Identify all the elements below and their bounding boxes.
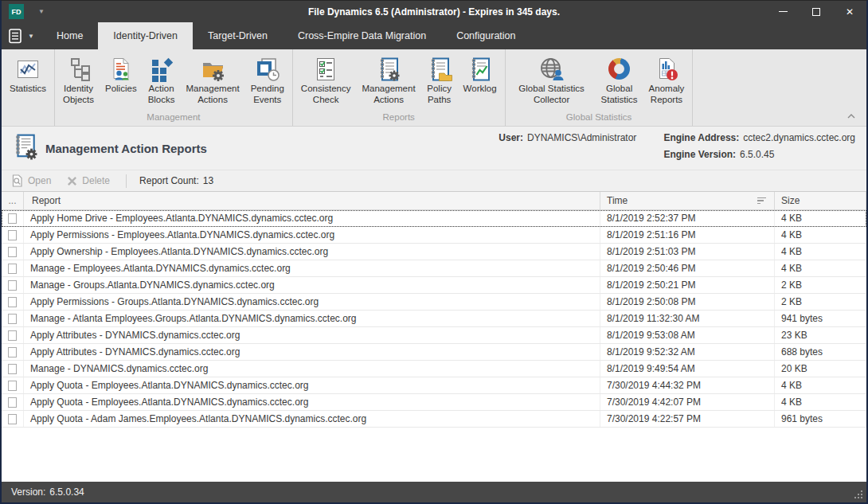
row-report: Apply Permissions - Employees.Atlanta.DY… <box>24 227 600 243</box>
row-checkbox[interactable] <box>8 280 17 291</box>
app-icon[interactable]: FD <box>9 4 24 19</box>
row-checkbox[interactable] <box>8 381 17 391</box>
global-statistics-button[interactable]: Global Statistics <box>596 55 643 110</box>
minimize-icon <box>779 11 788 12</box>
tab-cross-empire-data-migration[interactable]: Cross-Empire Data Migration <box>283 22 441 49</box>
table-row[interactable]: Manage - Employees.Atlanta.DYNAMICS.dyna… <box>2 260 866 277</box>
identity-objects-button[interactable]: Identity Objects <box>57 55 100 110</box>
table-row[interactable]: Apply Permissions - Employees.Atlanta.DY… <box>2 227 866 244</box>
row-report: Apply Quota - Employees.Atlanta.DYNAMICS… <box>24 377 600 393</box>
row-checkbox[interactable] <box>8 230 17 240</box>
pending-events-button[interactable]: Pending Events <box>245 55 290 110</box>
row-checkbox[interactable] <box>8 297 17 307</box>
row-size: 20 KB <box>775 361 866 377</box>
reports-toolbar: Open Delete Report Count: 13 <box>2 170 866 192</box>
table-row[interactable]: Apply Quota - Adam James.Employees.Atlan… <box>2 411 866 428</box>
tab-target-driven[interactable]: Target-Driven <box>193 22 283 49</box>
ribbon: Statistics Identity Objects <box>2 49 866 127</box>
ribbon-group-label: Reports <box>295 110 502 126</box>
resize-grip[interactable] <box>854 490 864 502</box>
menu-caret-icon: ▼ <box>28 33 34 40</box>
close-icon: ✕ <box>846 6 854 18</box>
table-row[interactable]: Apply Ownership - Employees.Atlanta.DYNA… <box>2 244 866 260</box>
table-row[interactable]: Manage - Groups.Atlanta.DYNAMICS.dynamic… <box>2 277 866 294</box>
action-blocks-button[interactable]: Action Blocks <box>143 55 181 110</box>
table-row[interactable]: Apply Permissions - Groups.Atlanta.DYNAM… <box>2 294 866 311</box>
report-count: Report Count: 13 <box>139 175 213 186</box>
consistency-check-button[interactable]: Consistency Check <box>295 55 357 110</box>
row-checkbox[interactable] <box>8 330 17 341</box>
management-actions-report-button[interactable]: Management Actions <box>356 55 420 110</box>
column-header-time[interactable]: Time <box>600 192 775 209</box>
table-row[interactable]: Apply Quota - Employees.Atlanta.DYNAMICS… <box>2 394 866 411</box>
table-row[interactable]: Apply Attributes - DYNAMICS.dynamics.cct… <box>2 327 866 344</box>
policies-button[interactable]: Policies <box>100 55 143 110</box>
tab-home[interactable]: Home <box>41 22 98 49</box>
row-time: 8/1/2019 2:50:08 PM <box>600 294 775 310</box>
ribbon-collapse-button[interactable] <box>847 107 855 122</box>
row-checkbox[interactable] <box>8 347 17 357</box>
ribbon-group-statistics: Statistics <box>2 49 55 126</box>
open-button[interactable]: Open <box>11 174 51 187</box>
application-menu-button[interactable]: ▼ <box>2 22 41 49</box>
column-header-report[interactable]: Report <box>24 192 600 209</box>
delete-x-icon <box>67 176 77 186</box>
row-checkbox[interactable] <box>8 364 17 374</box>
row-size: 4 KB <box>775 227 866 243</box>
close-button[interactable]: ✕ <box>833 1 866 22</box>
donut-chart-icon <box>607 57 632 84</box>
row-time: 8/1/2019 2:50:46 PM <box>600 260 775 276</box>
checklist-document-icon <box>313 57 338 84</box>
row-checkbox[interactable] <box>8 314 17 324</box>
table-row[interactable]: Apply Quota - Employees.Atlanta.DYNAMICS… <box>2 377 866 394</box>
table-row[interactable]: Apply Home Drive - Employees.Atlanta.DYN… <box>2 210 866 227</box>
row-report: Manage - DYNAMICS.dynamics.cctec.org <box>24 361 600 377</box>
row-checkbox[interactable] <box>8 247 17 257</box>
row-report: Apply Quota - Employees.Atlanta.DYNAMICS… <box>24 394 600 410</box>
row-checkbox[interactable] <box>8 414 17 424</box>
row-time: 8/1/2019 2:52:37 PM <box>600 210 775 226</box>
management-actions-button[interactable]: Management Actions <box>181 55 245 110</box>
row-size: 2 KB <box>775 294 866 310</box>
row-time: 8/1/2019 9:52:32 AM <box>600 344 775 360</box>
minimize-button[interactable] <box>766 1 800 22</box>
statistics-button[interactable]: Statistics <box>4 55 52 119</box>
notebook-gear-icon <box>376 57 401 84</box>
table-header: ... Report Time Size <box>2 192 866 210</box>
row-size: 4 KB <box>775 260 866 276</box>
row-checkbox[interactable] <box>8 397 17 408</box>
policies-document-people-icon <box>108 57 134 84</box>
anomaly-reports-button[interactable]: Anomaly Reports <box>643 55 690 110</box>
row-size: 941 bytes <box>775 311 866 326</box>
row-size: 688 bytes <box>775 344 866 360</box>
engine-version-value: 6.5.0.45 <box>740 149 774 160</box>
tab-identity-driven[interactable]: Identity-Driven <box>98 22 193 49</box>
worklog-button[interactable]: Worklog <box>458 55 502 110</box>
table-row[interactable]: Manage - Atlanta Employees.Groups.Atlant… <box>2 311 866 327</box>
statistics-chart-icon <box>15 57 41 84</box>
table-body: Apply Home Drive - Employees.Atlanta.DYN… <box>2 210 866 482</box>
maximize-button[interactable] <box>800 1 833 22</box>
table-row[interactable]: Apply Attributes - DYNAMICS.dynamics.cct… <box>2 344 866 361</box>
globe-user-icon <box>539 57 565 84</box>
column-header-size[interactable]: Size <box>775 192 866 209</box>
ribbon-group-label: Management <box>57 110 290 126</box>
row-report: Apply Attributes - DYNAMICS.dynamics.cct… <box>24 327 600 343</box>
ribbon-group-management: Identity Objects <box>55 49 293 126</box>
row-checkbox[interactable] <box>8 213 17 224</box>
global-statistics-collector-button[interactable]: Global Statistics Collector <box>508 55 596 110</box>
tab-configuration[interactable]: Configuration <box>441 22 530 49</box>
row-time: 7/30/2019 4:44:32 PM <box>600 377 775 393</box>
quick-access-caret-icon[interactable]: ▼ <box>38 8 45 15</box>
window-controls: ✕ <box>766 1 866 22</box>
policy-paths-button[interactable]: Policy Paths <box>421 55 458 110</box>
resize-grip-icon <box>854 490 864 500</box>
notebook-folder-icon <box>427 57 452 84</box>
delete-button[interactable]: Delete <box>67 175 110 186</box>
column-header-select[interactable]: ... <box>2 192 24 209</box>
row-checkbox[interactable] <box>8 264 17 274</box>
table-row[interactable]: Manage - DYNAMICS.dynamics.cctec.org 8/1… <box>2 361 866 377</box>
app-version: Version: 6.5.0.34 <box>11 486 84 498</box>
row-report: Apply Ownership - Employees.Atlanta.DYNA… <box>24 244 600 260</box>
row-report: Apply Permissions - Groups.Atlanta.DYNAM… <box>24 294 600 310</box>
